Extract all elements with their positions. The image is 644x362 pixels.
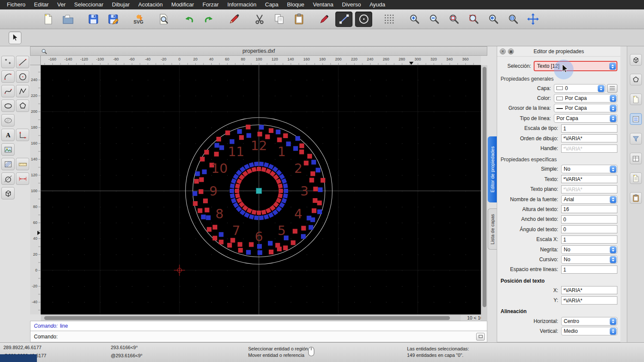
tool-line-button[interactable] bbox=[16, 56, 29, 68]
horizontal-scrollbar-thumb[interactable] bbox=[44, 316, 450, 320]
tool-cube-button[interactable] bbox=[1, 187, 15, 199]
vertical-scrollbar[interactable] bbox=[481, 65, 487, 314]
tool-hatch-ellipse-button[interactable] bbox=[1, 114, 15, 127]
line-tool-button[interactable] bbox=[335, 12, 352, 27]
vertical-scrollbar-thumb[interactable] bbox=[483, 67, 486, 307]
tool-dim-red-button[interactable] bbox=[16, 172, 29, 185]
new-document-button[interactable] bbox=[39, 12, 57, 27]
cut-button[interactable] bbox=[251, 12, 268, 27]
zoom-selected-button[interactable] bbox=[465, 12, 482, 27]
save-button[interactable] bbox=[85, 12, 102, 27]
stepper-icon[interactable] bbox=[610, 247, 616, 253]
dock-properties-button[interactable] bbox=[630, 113, 642, 125]
espacio-entre-l-neas-field[interactable]: 1 bbox=[561, 265, 617, 274]
menu-bloque[interactable]: Bloque bbox=[283, 0, 308, 9]
tool-arc-button[interactable] bbox=[1, 70, 15, 83]
grosor-de-la-l-nea-combobox[interactable]: Por Capa bbox=[554, 104, 617, 112]
stepper-icon[interactable] bbox=[610, 256, 616, 263]
pen-settings-button[interactable] bbox=[316, 12, 333, 27]
texto-field[interactable]: *VARIA* bbox=[561, 175, 617, 183]
undock-icon[interactable]: ▣ bbox=[508, 48, 514, 54]
stepper-icon[interactable] bbox=[598, 85, 604, 92]
snap-grid-button[interactable] bbox=[380, 12, 398, 27]
tool-points-button[interactable] bbox=[1, 56, 15, 68]
color-combobox[interactable]: Por Capa bbox=[554, 94, 617, 103]
menu-dibujar[interactable]: Dibujar bbox=[108, 0, 134, 9]
stepper-icon[interactable] bbox=[610, 95, 616, 102]
ancho-del-texto-field[interactable]: 0 bbox=[561, 215, 617, 223]
tool-polygon-button[interactable] bbox=[16, 100, 29, 112]
menu-ver[interactable]: Ver bbox=[53, 0, 70, 9]
horizontal-scrollbar[interactable] bbox=[41, 314, 461, 321]
tipo-de-l-nea-combobox[interactable]: Por Capa bbox=[554, 114, 617, 123]
tool-dim-corner-button[interactable] bbox=[16, 129, 29, 141]
stepper-icon[interactable] bbox=[610, 105, 616, 112]
escala-de-tipo-field[interactable]: 1 bbox=[561, 124, 617, 133]
menu-modificar[interactable]: Modificar bbox=[167, 0, 198, 9]
dock-blocks-button[interactable] bbox=[630, 74, 642, 85]
tab-layer-list[interactable]: Lista de capas bbox=[488, 208, 497, 250]
tool-ellipse-button[interactable] bbox=[1, 100, 15, 112]
export-svg-button[interactable]: SVG bbox=[130, 12, 147, 27]
menu-ayuda[interactable]: Ayuda bbox=[365, 0, 390, 9]
tool-polyline-button[interactable] bbox=[16, 85, 29, 97]
view-previous-button[interactable] bbox=[485, 12, 502, 27]
copy-button[interactable] bbox=[270, 12, 288, 27]
x-field[interactable]: *VARIA* bbox=[561, 286, 617, 294]
selection-combobox[interactable]: Texto [12] bbox=[534, 61, 617, 71]
negrita-combobox[interactable]: No bbox=[561, 245, 617, 254]
tool-tangent-button[interactable] bbox=[1, 172, 15, 185]
menu-capa[interactable]: Capa bbox=[261, 0, 283, 9]
zoom-in-button[interactable] bbox=[406, 12, 423, 27]
dock-layers-button[interactable] bbox=[630, 153, 642, 164]
menu-diverso[interactable]: Diverso bbox=[338, 0, 365, 9]
menu-acotaci-n[interactable]: Acotación bbox=[134, 0, 167, 9]
stepper-icon[interactable] bbox=[610, 63, 616, 69]
zoom-out-button[interactable] bbox=[425, 12, 443, 27]
tool-circle-button[interactable] bbox=[16, 70, 29, 83]
capa-combobox[interactable]: 0 bbox=[554, 84, 605, 93]
tool-hatch-button[interactable] bbox=[1, 158, 15, 170]
y-field[interactable]: *VARIA* bbox=[561, 296, 617, 305]
stepper-icon[interactable] bbox=[610, 115, 616, 122]
dock-filter-button[interactable] bbox=[630, 133, 642, 145]
simple-combobox[interactable]: No bbox=[561, 165, 617, 173]
select-tool-button[interactable] bbox=[9, 31, 21, 44]
menu-ventana[interactable]: Ventana bbox=[309, 0, 338, 9]
vertical-combobox[interactable]: Medio bbox=[561, 327, 617, 335]
dock-library-button[interactable] bbox=[630, 54, 642, 66]
horizontal-combobox[interactable]: Centro bbox=[561, 317, 617, 326]
zoom-auto-button[interactable] bbox=[445, 12, 462, 27]
tool-text-button[interactable]: A bbox=[1, 129, 15, 141]
stepper-icon[interactable] bbox=[610, 328, 616, 335]
tab-property-editor[interactable]: Editor de propiedades bbox=[488, 136, 497, 202]
print-preview-button[interactable] bbox=[155, 12, 172, 27]
menu-editar[interactable]: Editar bbox=[30, 0, 53, 9]
command-options-button[interactable] bbox=[476, 333, 485, 341]
stepper-icon[interactable] bbox=[610, 318, 616, 325]
altura-del-texto-field[interactable]: 16 bbox=[561, 205, 617, 213]
tool-spline-button[interactable] bbox=[1, 85, 15, 97]
tool-measure-button[interactable] bbox=[16, 158, 29, 170]
dock-clipboard-button[interactable] bbox=[630, 192, 642, 204]
dock-command-button[interactable] bbox=[630, 172, 642, 184]
orden-de-dibujo-field[interactable]: *VARIA* bbox=[561, 134, 617, 142]
zoom-window-button[interactable] bbox=[504, 12, 522, 27]
tool-image-button[interactable] bbox=[1, 143, 15, 156]
menu-seleccionar[interactable]: Seleccionar bbox=[70, 0, 108, 9]
pan-button[interactable] bbox=[524, 12, 541, 27]
stepper-icon[interactable] bbox=[610, 196, 616, 203]
cursivo-combobox[interactable]: No bbox=[561, 255, 617, 264]
dock-document-button[interactable] bbox=[630, 94, 642, 105]
ngulo-del-texto-field[interactable]: 0 bbox=[561, 225, 617, 233]
stepper-icon[interactable] bbox=[610, 166, 616, 172]
drawing-canvas[interactable]: 121234567891011 bbox=[41, 65, 481, 314]
close-icon[interactable]: ✕ bbox=[500, 48, 506, 54]
menu-fichero[interactable]: Fichero bbox=[3, 0, 30, 9]
redo-button[interactable] bbox=[200, 12, 217, 27]
cad-drawing[interactable]: 121234567891011 bbox=[41, 65, 481, 314]
menu-forzar[interactable]: Forzar bbox=[198, 0, 223, 9]
escala-x-field[interactable]: 1 bbox=[561, 235, 617, 244]
pen-edit-button[interactable] bbox=[225, 12, 243, 27]
nombre-de-la-fuente-combobox[interactable]: Arial bbox=[561, 195, 617, 204]
